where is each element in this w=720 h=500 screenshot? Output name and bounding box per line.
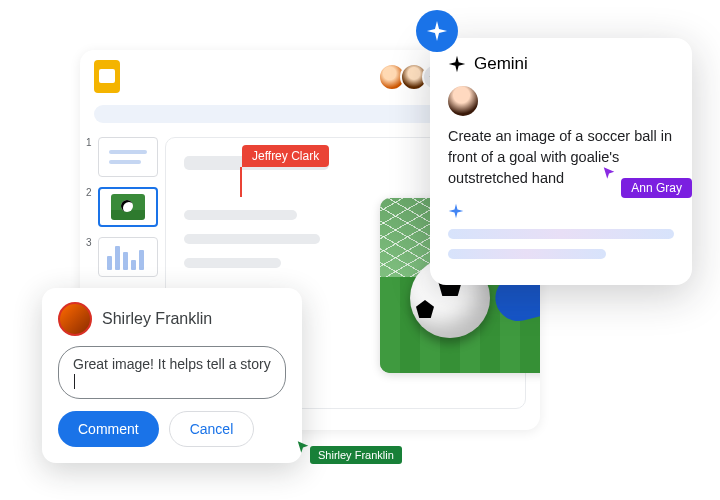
slide-preview-selected[interactable] [98, 187, 158, 227]
gemini-loading-row [448, 203, 674, 219]
slide-preview[interactable] [98, 137, 158, 177]
comment-compose-card: Shirley Franklin Great image! It helps t… [42, 288, 302, 463]
slide-thumbnail[interactable]: 2 [86, 187, 159, 227]
gemini-panel-header: Gemini [448, 54, 674, 74]
loading-shimmer [448, 249, 606, 259]
collaborator-cursor-ann [602, 166, 616, 184]
comment-submit-button[interactable]: Comment [58, 411, 159, 447]
comment-text-value: Great image! It helps tell a story [73, 356, 271, 372]
slide-number: 1 [86, 137, 94, 148]
collaborator-cursor-label-ann: Ann Gray [621, 178, 692, 198]
comment-header: Shirley Franklin [58, 302, 286, 336]
slide-number: 3 [86, 237, 94, 248]
slide-number: 2 [86, 187, 94, 198]
slide-thumbnail[interactable]: 3 [86, 237, 159, 277]
slide-preview[interactable] [98, 237, 158, 277]
comment-text-input[interactable]: Great image! It helps tell a story [58, 346, 286, 399]
text-placeholder [184, 258, 281, 268]
comment-cancel-button[interactable]: Cancel [169, 411, 255, 447]
loading-shimmer [448, 229, 674, 239]
prompt-author-avatar [448, 86, 478, 116]
gemini-badge-icon[interactable] [416, 10, 458, 52]
gemini-side-panel: Gemini Create an image of a soccer ball … [430, 38, 692, 285]
collaborator-cursor-shirley: Shirley Franklin [296, 440, 402, 464]
sparkle-icon [448, 55, 466, 73]
slides-logo-icon [94, 60, 120, 93]
comment-author-name: Shirley Franklin [102, 310, 212, 328]
collaborator-cursor-label-shirley: Shirley Franklin [310, 446, 402, 464]
collaborator-cursor-label-jeffrey: Jeffrey Clark [242, 145, 329, 167]
gemini-title: Gemini [474, 54, 528, 74]
comment-buttons: Comment Cancel [58, 411, 286, 447]
text-caret [74, 374, 75, 389]
sparkle-icon [448, 203, 464, 219]
slide-thumbnail[interactable]: 1 [86, 137, 159, 177]
text-placeholder [184, 210, 297, 220]
text-placeholder [184, 234, 320, 244]
comment-author-avatar [58, 302, 92, 336]
